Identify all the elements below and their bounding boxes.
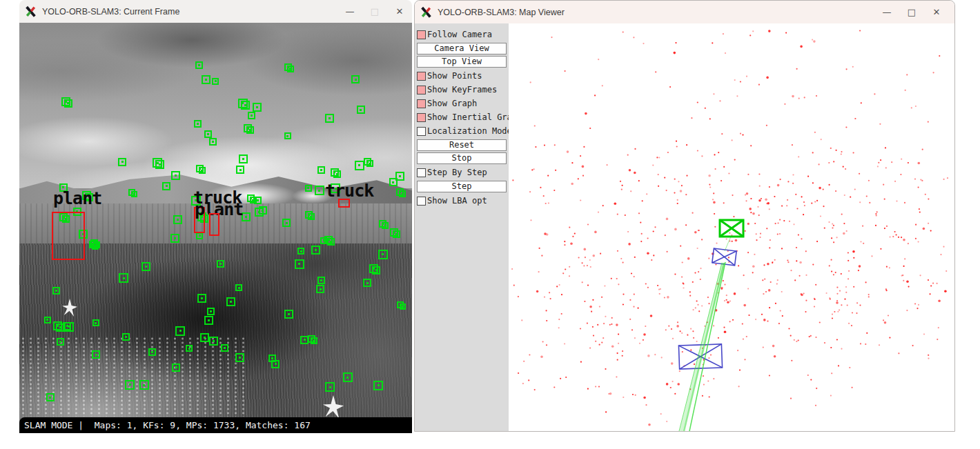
orb-feature-marker [200,333,209,342]
detection-label-truck: truck [325,182,373,199]
orb-feature-marker [235,284,242,291]
current-frame-window: YOLO-ORB-SLAM3: Current Frame — □ ✕ plan… [19,0,412,433]
orb-feature-marker [325,114,334,123]
orb-feature-marker [284,310,293,319]
map-3d-view[interactable] [509,23,954,431]
panel-row-show-lba-opt[interactable]: Show LBA opt [417,194,507,208]
detection-box-plant [52,212,85,260]
orb-feature-marker [372,266,380,275]
close-button[interactable]: ✕ [387,6,412,17]
orb-feature-marker [202,75,210,84]
checkbox-localization-mode[interactable] [417,127,426,136]
orb-feature-marker [141,262,150,271]
orb-feature-marker [92,350,100,359]
window-title: YOLO-ORB-SLAM3: Current Frame [42,7,179,17]
orb-feature-marker [64,322,74,332]
covisibility-graph [679,237,731,431]
orb-feature-marker [226,297,235,306]
checkbox-label: Show LBA opt [427,196,487,206]
reset-button[interactable]: Reset [417,139,507,151]
checkbox-step-by-step[interactable] [417,168,426,177]
orb-feature-marker [305,185,312,192]
orb-feature-marker [209,138,217,146]
orb-feature-marker [171,171,180,180]
map-canvas [509,23,954,431]
panel-row-show-keyframes[interactable]: Show KeyFrames [417,83,507,97]
orb-feature-marker [197,294,206,303]
orb-feature-marker [125,380,135,390]
checkbox-show-inertial-graph[interactable] [417,113,426,122]
orb-feature-marker [46,393,55,401]
orb-feature-marker [343,372,353,382]
orb-feature-marker [139,380,149,390]
orb-feature-marker [118,158,126,166]
checkbox-show-points[interactable] [417,72,426,81]
orb-feature-marker [363,279,371,287]
orb-feature-marker [282,219,291,227]
orb-feature-marker [170,234,179,243]
slam-status-bar: SLAM MODE | Maps: 1, KFs: 9, MPs: 1733, … [19,417,412,433]
orb-feature-marker [204,316,213,325]
panel-row-show-points[interactable]: Show Points [417,69,507,83]
pangolin-control-panel: Follow CameraCamera ViewTop ViewShow Poi… [415,23,509,431]
camera-frame-image: planttruckplanttruck SLAM MODE | Maps: 1… [19,23,412,433]
minimize-button[interactable]: — [337,6,362,17]
checkbox-label: Localization Mode [427,126,512,136]
orb-feature-marker [400,303,406,310]
orb-feature-marker [311,246,320,255]
orb-feature-marker [311,337,317,344]
orb-feature-marker [295,259,304,269]
orb-feature-marker [378,250,388,259]
orb-feature-marker [235,353,244,362]
minimize-button[interactable]: — [874,7,899,17]
orb-feature-marker [199,167,206,174]
checkbox-show-graph[interactable] [417,99,426,108]
orb-feature-marker [389,178,398,186]
x-server-logo-icon [25,6,37,17]
camera-view-button[interactable]: Camera View [417,43,507,54]
map-viewer-titlebar[interactable]: YOLO-ORB-SLAM3: Map Viewer — □ ✕ [415,1,954,23]
orb-feature-marker [393,230,400,238]
close-button[interactable]: ✕ [924,7,949,17]
orb-feature-marker [204,130,212,138]
orb-feature-marker [246,126,254,134]
checkbox-follow-camera[interactable] [417,30,426,39]
step-button[interactable]: Step [417,181,507,192]
orb-feature-marker [373,381,383,390]
orb-feature-marker [155,160,164,169]
orb-feature-marker [382,222,389,229]
orb-feature-marker [366,160,373,167]
orb-feature-marker [357,106,365,114]
stop-button[interactable]: Stop [417,152,507,164]
maximize-button[interactable]: □ [362,6,387,17]
current-frame-titlebar[interactable]: YOLO-ORB-SLAM3: Current Frame — □ ✕ [19,0,412,23]
panel-row-show-graph[interactable]: Show Graph [417,97,507,110]
orb-feature-marker [217,260,224,268]
map-viewer-window: YOLO-ORB-SLAM3: Map Viewer — □ ✕ Follow … [414,0,955,432]
orb-feature-marker [254,197,262,204]
checkbox-label: Show Inertial Graph [427,112,522,122]
orb-feature-marker [259,206,267,214]
orb-feature-marker [333,170,341,178]
checkbox-show-lba-opt[interactable] [417,197,426,206]
detection-box-plant [209,213,219,236]
panel-row-step-by-step[interactable]: Step By Step [417,166,507,179]
panel-row-follow-camera[interactable]: Follow Camera [417,28,507,41]
orb-feature-marker [209,337,218,346]
orb-feature-marker [327,238,335,246]
panel-row-show-inertial-graph[interactable]: Show Inertial Graph [417,110,507,124]
orb-feature-marker [195,61,203,69]
panel-row-localization-mode[interactable]: Localization Mode [417,124,507,138]
current-camera-frustum [720,220,743,237]
checkbox-show-keyframes[interactable] [417,86,426,94]
top-view-button[interactable]: Top View [417,56,507,68]
orb-feature-marker [207,308,215,315]
orb-feature-marker [316,285,324,293]
window-title: YOLO-ORB-SLAM3: Map Viewer [438,8,565,17]
maximize-button[interactable]: □ [899,7,924,17]
orb-feature-marker [317,277,325,284]
orb-feature-marker [148,348,156,356]
checkbox-label: Show Graph [427,99,477,108]
orb-feature-marker [248,112,255,119]
orb-feature-marker [236,166,244,174]
